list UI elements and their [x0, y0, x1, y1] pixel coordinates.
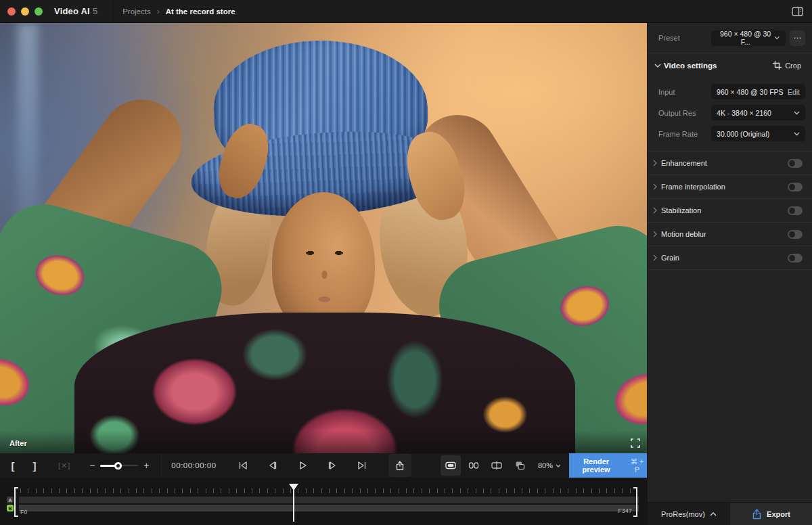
single-view-icon — [445, 460, 457, 471]
trim-start-handle[interactable] — [14, 487, 18, 517]
app-version: 5 — [93, 6, 97, 16]
play-icon — [297, 460, 308, 471]
grain-label: Grain — [661, 254, 788, 262]
video-settings-header[interactable]: Video settings Crop — [648, 53, 812, 77]
timeline-zoom-in-button[interactable]: + — [141, 460, 152, 471]
compare-after-label: After — [9, 439, 27, 447]
frame-interpolation-label: Frame interpolation — [661, 183, 788, 191]
view-single-button[interactable] — [441, 455, 461, 476]
titlebar: Video AI 5 Projects › At the record stor… — [0, 0, 812, 23]
playhead[interactable] — [289, 484, 298, 522]
preset-more-button[interactable]: ⋯ — [790, 30, 805, 46]
play-button[interactable] — [292, 455, 313, 476]
app-title: Video AI — [54, 6, 90, 16]
step-back-icon — [267, 460, 278, 471]
sidebar-panel-icon — [792, 7, 803, 16]
slider-knob[interactable] — [114, 462, 122, 470]
output-res-select[interactable]: 4K - 3840 × 2160 — [711, 105, 805, 120]
skip-start-icon — [238, 460, 248, 471]
loop-icon — [394, 460, 405, 472]
crop-label: Crop — [785, 62, 801, 70]
loop-playback-button[interactable] — [388, 454, 411, 477]
minimize-window-button[interactable] — [21, 7, 29, 16]
playhead-line — [293, 489, 294, 522]
input-edit-button[interactable]: Edit — [788, 88, 800, 96]
mark-out-button[interactable]: ] — [26, 457, 43, 474]
track-b-badge: B — [7, 505, 14, 511]
preview-zoom-value: 80% — [538, 461, 553, 470]
playback-control-bar: [ ] [✕] − + 00:00:00:00 — [0, 453, 647, 478]
motion-deblur-toggle[interactable] — [788, 230, 803, 239]
enhancement-label: Enhancement — [661, 159, 788, 167]
fullscreen-icon — [630, 438, 641, 449]
skip-to-end-button[interactable] — [352, 455, 372, 476]
enhancement-section[interactable]: Enhancement — [648, 152, 812, 175]
maximize-window-button[interactable] — [35, 7, 43, 16]
stabilization-toggle[interactable] — [788, 206, 803, 215]
export-format-select[interactable]: ProRes(mov) — [648, 503, 730, 525]
view-compare-ab-button[interactable] — [510, 455, 530, 476]
step-forward-icon — [327, 460, 338, 471]
next-frame-button[interactable] — [322, 455, 342, 476]
motion-deblur-section[interactable]: Motion deblur — [648, 223, 812, 246]
input-label: Input — [658, 88, 711, 96]
video-settings-title: Video settings — [664, 62, 773, 70]
timeline-track-a[interactable] — [19, 497, 639, 503]
preset-select[interactable]: 960 × 480 @ 30 F... — [711, 30, 786, 46]
render-preview-label: Render preview — [569, 457, 623, 474]
app-window: Video AI 5 Projects › At the record stor… — [0, 0, 812, 525]
export-format-value: ProRes(mov) — [661, 510, 705, 518]
chevron-up-icon — [710, 512, 717, 516]
previous-frame-button[interactable] — [263, 455, 283, 476]
track-a-badge: A — [7, 497, 14, 503]
trim-end-handle[interactable] — [633, 487, 637, 517]
chevron-right-icon — [653, 207, 657, 214]
timeline-track-b[interactable] — [19, 505, 639, 511]
frame-interpolation-toggle[interactable] — [788, 183, 803, 191]
skip-end-icon — [357, 460, 367, 471]
end-frame-label: F347 — [610, 507, 632, 514]
crop-button[interactable]: Crop — [773, 61, 801, 70]
stabilization-label: Stabilization — [661, 206, 788, 214]
frame-rate-value: 30.000 (Original) — [717, 130, 769, 138]
export-icon — [752, 509, 762, 520]
clear-marks-button[interactable]: [✕] — [58, 461, 70, 470]
frame-interpolation-section[interactable]: Frame interpolation — [648, 175, 812, 198]
breadcrumb-projects[interactable]: Projects — [122, 7, 151, 16]
render-preview-button[interactable]: Render preview ⌘ + P — [569, 453, 647, 478]
view-side-by-side-button[interactable] — [464, 455, 484, 476]
mark-in-button[interactable]: [ — [4, 457, 22, 474]
input-value-pill: 960 × 480 @ 30 FPS Edit — [711, 84, 805, 99]
enhancement-toggle[interactable] — [788, 159, 803, 168]
timeline-ruler[interactable] — [20, 488, 635, 493]
preview-zoom-select[interactable]: 80% — [538, 461, 561, 470]
skip-to-start-button[interactable] — [233, 455, 253, 476]
timeline-zoom-out-button[interactable]: − — [87, 460, 97, 471]
close-window-button[interactable] — [7, 7, 16, 16]
timeline-zoom-slider[interactable] — [100, 461, 138, 470]
chevron-down-icon — [774, 36, 780, 40]
export-label: Export — [767, 510, 790, 518]
input-value: 960 × 480 @ 30 FPS — [717, 88, 784, 96]
motion-deblur-label: Motion deblur — [661, 230, 788, 238]
grain-toggle[interactable] — [788, 254, 803, 262]
toggle-sidebar-button[interactable] — [789, 5, 805, 18]
video-preview[interactable]: After — [0, 23, 647, 453]
stabilization-section[interactable]: Stabilization — [648, 199, 812, 222]
breadcrumb-separator: › — [157, 7, 160, 16]
start-frame-label: F0 — [20, 509, 28, 516]
export-button[interactable]: Export — [730, 503, 812, 525]
render-preview-shortcut: ⌘ + P — [627, 457, 647, 474]
preset-row: Preset 960 × 480 @ 30 F... ⋯ — [648, 23, 812, 53]
preview-bottom-gradient — [0, 430, 647, 453]
frame-rate-select[interactable]: 30.000 (Original) — [711, 126, 805, 141]
chevron-right-icon — [653, 254, 657, 261]
breadcrumb-current-project: At the record store — [166, 7, 235, 16]
chevron-right-icon — [653, 183, 657, 190]
view-split-button[interactable] — [487, 455, 507, 476]
chevron-right-icon — [653, 160, 657, 166]
split-view-icon — [491, 460, 503, 471]
grain-section[interactable]: Grain — [648, 246, 812, 269]
timeline[interactable]: A B F0 F347 — [0, 478, 647, 525]
fullscreen-button[interactable] — [629, 437, 641, 449]
